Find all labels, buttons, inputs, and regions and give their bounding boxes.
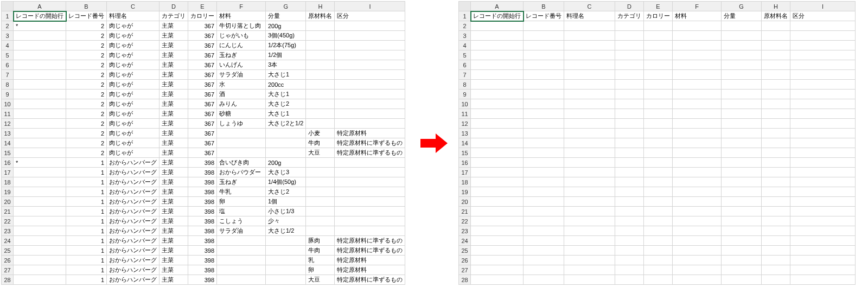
cell[interactable] bbox=[306, 90, 335, 99]
cell[interactable]: 大さじ2 bbox=[266, 187, 306, 197]
cell[interactable]: 大さじ2と1/2 bbox=[266, 119, 306, 129]
cell[interactable] bbox=[790, 60, 856, 70]
row-header[interactable]: 12 bbox=[2, 119, 14, 129]
cell[interactable] bbox=[722, 41, 762, 50]
cell[interactable] bbox=[722, 187, 762, 197]
cell[interactable] bbox=[615, 50, 644, 60]
cell[interactable] bbox=[471, 99, 524, 109]
cell[interactable]: 2 bbox=[66, 70, 107, 80]
cell[interactable] bbox=[306, 70, 335, 80]
cell[interactable] bbox=[217, 275, 266, 285]
row-header[interactable]: 6 bbox=[2, 60, 14, 70]
cell[interactable] bbox=[644, 207, 673, 216]
cell[interactable]: 原材料名 bbox=[762, 11, 790, 21]
cell[interactable] bbox=[673, 256, 722, 265]
cell[interactable]: 原材料名 bbox=[306, 11, 335, 21]
cell[interactable] bbox=[673, 50, 722, 60]
cell[interactable]: 398 bbox=[188, 265, 217, 275]
cell[interactable] bbox=[673, 207, 722, 216]
cell[interactable]: 2 bbox=[66, 31, 107, 41]
row-header[interactable]: 25 bbox=[459, 246, 471, 256]
cell[interactable] bbox=[722, 158, 762, 168]
cell[interactable]: 材料 bbox=[673, 11, 722, 21]
cell[interactable]: 367 bbox=[188, 50, 217, 60]
column-header-E[interactable]: E bbox=[644, 2, 673, 11]
cell[interactable]: 特定原材料 bbox=[335, 265, 405, 275]
cell[interactable]: 大さじ1 bbox=[266, 109, 306, 119]
cell[interactable]: 1 bbox=[66, 187, 107, 197]
cell[interactable] bbox=[524, 168, 564, 177]
cell[interactable] bbox=[471, 246, 524, 256]
cell[interactable] bbox=[564, 129, 615, 138]
cell[interactable] bbox=[564, 226, 615, 236]
row-header[interactable]: 7 bbox=[459, 70, 471, 80]
cell[interactable] bbox=[615, 21, 644, 31]
cell[interactable] bbox=[335, 177, 405, 187]
cell[interactable] bbox=[615, 275, 644, 285]
cell[interactable] bbox=[471, 50, 524, 60]
cell[interactable] bbox=[524, 236, 564, 246]
cell[interactable] bbox=[524, 187, 564, 197]
column-header-A[interactable]: A bbox=[471, 2, 524, 11]
cell[interactable]: 合いびき肉 bbox=[217, 158, 266, 168]
cell[interactable] bbox=[306, 80, 335, 90]
row-header[interactable]: 25 bbox=[2, 246, 14, 256]
cell[interactable] bbox=[644, 197, 673, 207]
cell[interactable]: 主菜 bbox=[159, 60, 188, 70]
row-header[interactable]: 2 bbox=[459, 21, 471, 31]
cell[interactable] bbox=[615, 158, 644, 168]
cell[interactable] bbox=[266, 246, 306, 256]
cell[interactable] bbox=[790, 256, 856, 265]
cell[interactable]: おからハンバーグ bbox=[107, 226, 159, 236]
cell[interactable]: 1個 bbox=[266, 197, 306, 207]
cell[interactable] bbox=[722, 265, 762, 275]
cell[interactable] bbox=[564, 60, 615, 70]
cell[interactable] bbox=[722, 148, 762, 158]
row-header[interactable]: 24 bbox=[2, 236, 14, 246]
cell[interactable] bbox=[762, 216, 790, 226]
cell[interactable] bbox=[790, 129, 856, 138]
cell[interactable] bbox=[673, 41, 722, 50]
cell[interactable] bbox=[217, 265, 266, 275]
cell[interactable]: 特定原材料に準ずるもの bbox=[335, 236, 405, 246]
cell[interactable] bbox=[306, 168, 335, 177]
cell[interactable]: 1/4個(50g) bbox=[266, 177, 306, 187]
cell[interactable] bbox=[644, 158, 673, 168]
cell[interactable]: 398 bbox=[188, 197, 217, 207]
row-header[interactable]: 11 bbox=[459, 109, 471, 119]
cell[interactable] bbox=[335, 60, 405, 70]
cell[interactable] bbox=[335, 207, 405, 216]
cell[interactable] bbox=[790, 236, 856, 246]
cell[interactable] bbox=[762, 197, 790, 207]
cell[interactable] bbox=[335, 50, 405, 60]
cell[interactable]: 200cc bbox=[266, 80, 306, 90]
cell[interactable]: おからハンバーグ bbox=[107, 187, 159, 197]
cell[interactable]: 料理名 bbox=[107, 11, 159, 21]
cell[interactable] bbox=[722, 99, 762, 109]
cell[interactable] bbox=[790, 158, 856, 168]
cell[interactable]: 水 bbox=[217, 80, 266, 90]
row-header[interactable]: 7 bbox=[2, 70, 14, 80]
cell[interactable] bbox=[673, 99, 722, 109]
cell[interactable]: 小麦 bbox=[306, 129, 335, 138]
cell[interactable] bbox=[564, 158, 615, 168]
cell[interactable]: 1 bbox=[66, 265, 107, 275]
cell[interactable]: 主菜 bbox=[159, 197, 188, 207]
cell[interactable] bbox=[335, 197, 405, 207]
cell[interactable] bbox=[564, 168, 615, 177]
cell[interactable]: 398 bbox=[188, 216, 217, 226]
column-header-E[interactable]: E bbox=[188, 2, 217, 11]
cell[interactable] bbox=[471, 265, 524, 275]
cell[interactable]: 398 bbox=[188, 207, 217, 216]
cell[interactable]: 367 bbox=[188, 70, 217, 80]
cell[interactable]: 酒 bbox=[217, 90, 266, 99]
cell[interactable]: 398 bbox=[188, 158, 217, 168]
cell[interactable] bbox=[673, 21, 722, 31]
cell[interactable]: 肉じゃが bbox=[107, 129, 159, 138]
cell[interactable] bbox=[615, 119, 644, 129]
cell[interactable] bbox=[790, 31, 856, 41]
cell[interactable]: 肉じゃが bbox=[107, 148, 159, 158]
cell[interactable]: 主菜 bbox=[159, 275, 188, 285]
cell[interactable] bbox=[335, 80, 405, 90]
cell[interactable] bbox=[673, 265, 722, 275]
